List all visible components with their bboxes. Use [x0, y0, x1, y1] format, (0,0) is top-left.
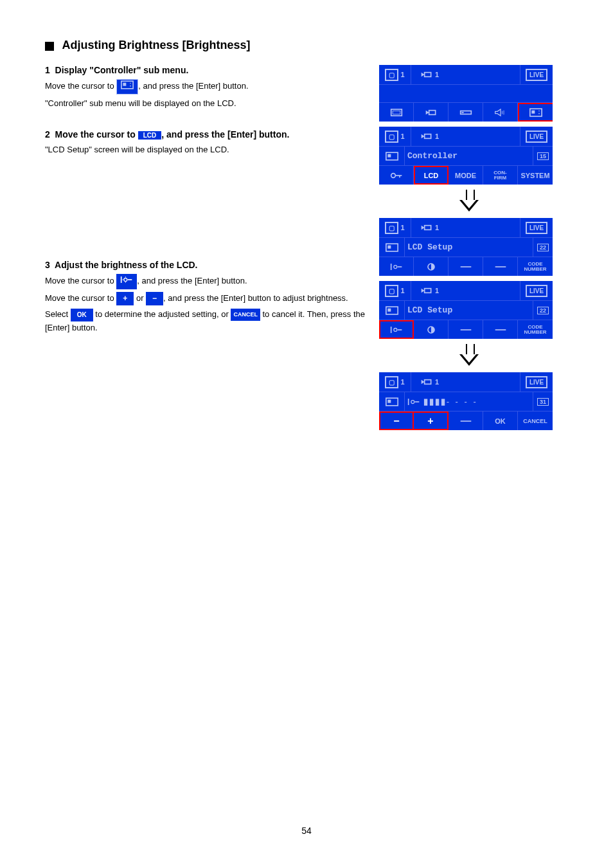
- camera-indicator: 1: [411, 127, 520, 146]
- svg-rect-11: [425, 73, 431, 77]
- camera-menu-icon: [414, 103, 449, 122]
- lcd-icon: LCD: [138, 131, 162, 140]
- controller-icon: [379, 301, 405, 320]
- step-3-line-1: Move the cursor to , and press the [Ente…: [45, 274, 366, 289]
- cancel-button: CANCEL: [518, 411, 553, 430]
- camera-indicator: 1: [411, 218, 520, 237]
- svg-point-29: [391, 173, 395, 177]
- empty-menu-item: [483, 257, 518, 276]
- step-1-line-1: Move the cursor to , and press the [Ente…: [45, 79, 366, 95]
- step-1-line-2: "Controller" sub menu will be displayed …: [45, 97, 366, 111]
- svg-point-24: [538, 113, 540, 114]
- svg-marker-18: [495, 109, 500, 116]
- step-1: 1 Display "Controller" sub menu. Move th…: [45, 65, 366, 110]
- live-indicator: LIVE: [520, 127, 553, 146]
- monitor-menu-icon: [379, 103, 414, 122]
- step-3-line-2: Move the cursor to + or −, and press the…: [45, 292, 366, 305]
- svg-rect-13: [393, 111, 400, 114]
- svg-point-37: [393, 265, 396, 268]
- monitor-indicator: ▢ 1: [379, 281, 411, 300]
- step-2: 2 Move the cursor to LCD, and press the …: [45, 129, 366, 157]
- svg-point-5: [124, 278, 127, 282]
- svg-rect-26: [425, 134, 431, 139]
- arrow-down-icon: [459, 190, 479, 213]
- controller-menu-icon[interactable]: [518, 103, 553, 122]
- svg-rect-55: [387, 399, 391, 402]
- empty-menu-item: [449, 257, 483, 276]
- badge: 15: [533, 147, 553, 165]
- camera-indicator: 1: [411, 281, 520, 300]
- brightness-menu-item: [379, 257, 414, 276]
- controller-icon: [379, 238, 405, 257]
- badge: 22: [533, 301, 553, 320]
- monitor-indicator: ▢ 1: [379, 127, 411, 146]
- monitor-indicator: ▢ 1: [379, 65, 411, 84]
- key-icon: [379, 166, 414, 185]
- speaker-menu-icon: [483, 103, 518, 122]
- svg-rect-15: [429, 110, 435, 114]
- plus-icon: +: [116, 292, 134, 305]
- live-indicator: LIVE: [520, 372, 553, 392]
- minus-icon: −: [146, 292, 163, 305]
- camera-indicator: 1: [411, 65, 520, 84]
- controller-icon: [379, 147, 405, 165]
- svg-point-57: [411, 400, 414, 403]
- minus-button[interactable]: −: [379, 411, 414, 430]
- brightness-level: ▮▮▮▮- - - -: [405, 392, 533, 411]
- mode-menu-item: MODE: [449, 166, 483, 185]
- badge: 31: [533, 392, 553, 411]
- recorder-menu-icon: [449, 103, 483, 122]
- svg-rect-43: [425, 289, 431, 293]
- live-indicator: LIVE: [520, 281, 553, 300]
- contrast-menu-item: [414, 320, 449, 339]
- controller-icon: [116, 79, 138, 95]
- step-2-title: 2 Move the cursor to LCD, and press the …: [45, 129, 366, 140]
- monitor-indicator: ▢ 1: [379, 372, 411, 392]
- svg-rect-33: [425, 226, 431, 230]
- step-3-title: 3 Adjust the brightness of the LCD.: [45, 260, 366, 270]
- svg-point-3: [130, 86, 131, 87]
- lcd-screen-1: ▢ 1 1 LIVE: [379, 65, 553, 122]
- step-1-title: 1 Display "Controller" sub menu.: [45, 65, 366, 75]
- step-3: 3 Adjust the brightness of the LCD. Move…: [45, 260, 366, 334]
- menu-title: LCD Setup: [405, 238, 533, 257]
- controller-icon: [379, 392, 405, 411]
- ok-button: OK: [483, 411, 518, 430]
- lcd-screen-4: ▢ 1 1 LIVE LCD Setup 22 CODENUMBER: [379, 281, 553, 339]
- svg-rect-53: [425, 380, 431, 384]
- code-number-menu-item: CODENUMBER: [518, 257, 553, 276]
- badge: 22: [533, 238, 553, 257]
- section-title: Adjusting Brightness [Brightness]: [62, 39, 250, 51]
- arrow-down-icon: [459, 344, 479, 367]
- empty-menu-item: [449, 320, 483, 339]
- svg-rect-17: [461, 112, 463, 113]
- svg-point-47: [394, 328, 397, 331]
- system-menu-item: SYSTEM: [518, 166, 553, 185]
- camera-indicator: 1: [411, 372, 520, 392]
- live-indicator: LIVE: [520, 65, 553, 84]
- svg-rect-35: [387, 245, 391, 248]
- monitor-indicator: ▢ 1: [379, 218, 411, 237]
- code-number-menu-item: CODENUMBER: [518, 320, 553, 339]
- svg-rect-1: [123, 83, 127, 86]
- brightness-icon: [116, 274, 137, 289]
- svg-rect-22: [531, 110, 535, 113]
- menu-title: LCD Setup: [405, 301, 533, 320]
- empty-menu-item: [483, 320, 518, 339]
- lcd-menu-item[interactable]: LCD: [414, 166, 449, 185]
- lcd-screen-5: ▢ 1 1 LIVE ▮▮▮▮- - - - 31 − + OK CANCEL: [379, 372, 553, 430]
- step-3-line-3: Select OK to determine the adjusted sett…: [45, 308, 366, 335]
- empty-menu-item: [449, 411, 483, 430]
- lcd-screen-2: ▢ 1 1 LIVE Controller 15 LCD MODE CON-FI…: [379, 127, 553, 185]
- svg-rect-28: [387, 154, 391, 157]
- square-bullet-icon: [45, 42, 54, 51]
- brightness-menu-item[interactable]: [379, 320, 414, 339]
- svg-point-2: [130, 83, 131, 84]
- svg-rect-45: [387, 308, 391, 311]
- plus-button[interactable]: +: [414, 411, 449, 430]
- ok-icon: OK: [71, 309, 93, 321]
- contrast-menu-item: [414, 257, 449, 276]
- lcd-screen-3: ▢ 1 1 LIVE LCD Setup 22 CODENUMBER: [379, 218, 553, 276]
- section-heading: Adjusting Brightness [Brightness]: [45, 39, 568, 52]
- step-2-line-1: "LCD Setup" screen will be displayed on …: [45, 143, 366, 157]
